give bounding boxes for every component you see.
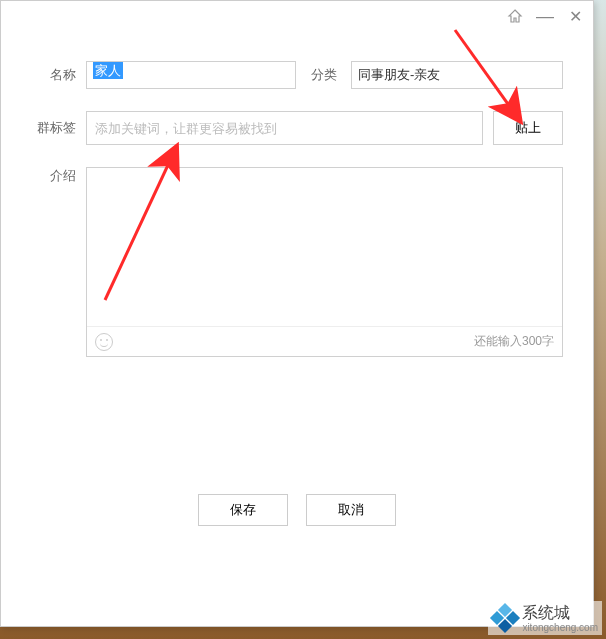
row-tags: 群标签 贴上 [31,111,563,145]
category-select[interactable]: 同事朋友-亲友 [351,61,563,89]
home-icon[interactable] [505,6,525,26]
form-area: 名称 家人 分类 同事朋友-亲友 群标签 贴上 介绍 还能输入300字 [1,31,593,357]
row-name-category: 名称 家人 分类 同事朋友-亲友 [31,61,563,89]
name-value-selected: 家人 [93,62,123,79]
intro-box: 还能输入300字 [86,167,563,357]
intro-footer: 还能输入300字 [87,326,562,356]
char-counter: 还能输入300字 [474,333,554,350]
intro-textarea[interactable] [87,168,562,323]
intro-label: 介绍 [31,167,86,185]
name-label: 名称 [31,66,86,84]
dialog-window: — ✕ 名称 家人 分类 同事朋友-亲友 群标签 贴上 介绍 还能输 [0,0,594,627]
paste-button[interactable]: 贴上 [493,111,563,145]
dialog-buttons: 保存 取消 [1,494,593,526]
category-value: 同事朋友-亲友 [358,66,440,84]
minimize-icon[interactable]: — [535,6,555,26]
row-intro: 介绍 还能输入300字 [31,167,563,357]
cancel-button[interactable]: 取消 [306,494,396,526]
emoji-icon[interactable] [95,333,113,351]
category-label: 分类 [296,66,351,84]
tags-label: 群标签 [31,119,86,137]
name-input[interactable]: 家人 [86,61,296,89]
save-button[interactable]: 保存 [198,494,288,526]
tags-input[interactable] [86,111,483,145]
titlebar: — ✕ [1,1,593,31]
close-icon[interactable]: ✕ [565,6,585,26]
